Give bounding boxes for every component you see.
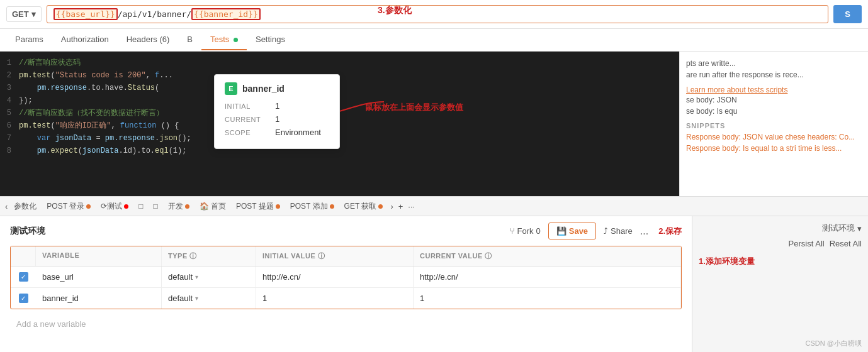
btab-post-submit[interactable]: POST 提题 [232, 200, 284, 213]
btab-icon2[interactable]: □ [149, 201, 161, 212]
row2-checkbox-cell [11, 288, 36, 309]
main-area: 1 //断言响应状态码 2 pm.test("Status code is 20… [0, 52, 868, 196]
table-header: VARIABLE TYPE ⓘ INITIAL VALUE ⓘ CURRENT … [11, 246, 681, 267]
persist-reset: Persist All Reset All [789, 239, 862, 248]
tab-headers[interactable]: Headers (6) [118, 30, 179, 50]
env-selector-label: 测试环境 [822, 223, 855, 234]
tab-params[interactable]: Params [6, 30, 52, 50]
code-line-1: 1 //断言响应状态码 [0, 57, 679, 69]
share-button[interactable]: ⤴ Share [604, 226, 633, 236]
learn-more-link[interactable]: Learn more about tests scripts [686, 85, 862, 94]
fork-count: 0 [536, 226, 541, 236]
env-actions: ⑂ Fork 0 💾 Save ⤴ Share ... 2.保存 [510, 223, 682, 239]
bottom-tab-prev[interactable]: ‹ [5, 202, 8, 211]
fork-icon: ⑂ [510, 226, 515, 236]
annotation-2: 2.保存 [658, 226, 682, 237]
row2-initial[interactable]: 1 [256, 288, 414, 309]
th-variable: VARIABLE [36, 246, 162, 266]
btab-icon1[interactable]: □ [135, 201, 147, 212]
row1-type-chevron: ▾ [195, 273, 198, 280]
table-row: base_url default ▾ http://e.cn/ http://e… [11, 267, 681, 288]
btab-post-login[interactable]: POST 登录 [43, 200, 94, 213]
tests-dot [234, 38, 238, 42]
bottom-layout: 测试环境 ⑂ Fork 0 💾 Save ⤴ Share ... 2.保存 [0, 216, 868, 352]
snippets-label: SNIPPETS [686, 122, 862, 129]
env-selector[interactable]: 测试环境 ▾ [822, 223, 862, 234]
save-label: Save [569, 226, 588, 236]
current-value: 1 [275, 114, 329, 124]
bottom-tab-more[interactable]: ··· [408, 202, 415, 211]
btab-submit-dot [276, 204, 280, 209]
snippet-2[interactable]: Response body: Is equal to a stri time i… [686, 144, 862, 153]
banner-id-param: {{banner_id}} [191, 8, 261, 20]
send-button[interactable]: S [833, 5, 862, 23]
method-chevron: ▾ [31, 9, 36, 19]
row1-current[interactable]: http://e.cn/ [414, 267, 681, 287]
watermark: CSDN @小白唠呗 [806, 339, 862, 348]
sidebar-text-2: se body: JSONse body: Is equ [686, 94, 862, 117]
row1-type[interactable]: default ▾ [162, 267, 256, 287]
tabs-row: Params Authorization Headers (6) B Tests… [0, 29, 868, 52]
tooltip-popup: E banner_id INITIAL 1 CURRENT 1 SCOPE En… [214, 74, 340, 149]
th-current: CURRENT VALUE ⓘ [414, 246, 681, 266]
bottom-tab-bar: ‹ 参数化 POST 登录 ⟳测试 □ □ 开发 🏠 首页 POST 提题 PO… [0, 196, 868, 216]
base-url-param: {{base_url}} [54, 8, 118, 20]
btab-login-dot [86, 204, 91, 209]
btab-add-dot [330, 204, 334, 209]
row2-checkbox[interactable] [19, 294, 28, 303]
btab-get-fetch[interactable]: GET 获取 [341, 200, 387, 213]
annotation-3: 3.参数化 [378, 5, 412, 16]
tooltip-scope-row: SCOPE Environment [225, 128, 329, 137]
tab-body[interactable]: B [178, 30, 201, 50]
th-type: TYPE ⓘ [162, 246, 256, 266]
row2-type[interactable]: default ▾ [162, 288, 256, 309]
method-select[interactable]: GET ▾ [6, 6, 42, 22]
annotation-1: 1.添加环境变量 [699, 256, 755, 267]
current-label: CURRENT [225, 114, 275, 124]
tab-tests[interactable]: Tests [201, 30, 247, 50]
btab-test[interactable]: ⟳测试 [97, 200, 132, 213]
tab-settings[interactable]: Settings [247, 30, 294, 50]
share-label: Share [611, 226, 633, 236]
row1-variable[interactable]: base_url [36, 267, 162, 287]
tab-authorization[interactable]: Authorization [52, 30, 118, 50]
sidebar-right: pts are writte...are run after the respo… [679, 52, 868, 196]
initial-value: 1 [275, 101, 329, 111]
initial-label: INITIAL [225, 101, 275, 111]
url-bar: GET ▾ {{base_url}} /api/v1/banner/ {{ban… [0, 0, 868, 29]
btab-post-add[interactable]: POST 添加 [286, 200, 338, 213]
btab-dev-dot [185, 204, 189, 209]
th-checkbox [11, 246, 36, 266]
scope-value: Environment [275, 128, 329, 137]
env-selector-chevron: ▾ [857, 224, 862, 233]
row2-current[interactable]: 1 [414, 288, 681, 309]
env-header-row: 测试环境 ⑂ Fork 0 💾 Save ⤴ Share ... 2.保存 [10, 223, 682, 239]
env-table: VARIABLE TYPE ⓘ INITIAL VALUE ⓘ CURRENT … [10, 246, 682, 309]
tooltip-var-name: banner_id [242, 84, 285, 94]
btab-dev[interactable]: 开发 [164, 200, 193, 213]
save-button[interactable]: 💾 Save [548, 223, 596, 239]
bottom-tab-add[interactable]: + [398, 202, 403, 211]
sidebar-text-1: pts are writte...are run after the respo… [686, 58, 862, 80]
add-variable[interactable]: Add a new variable [10, 314, 682, 334]
env-title: 测试环境 [10, 226, 45, 237]
scope-label: SCOPE [225, 128, 275, 137]
btab-home[interactable]: 🏠 首页 [196, 200, 230, 213]
row1-initial[interactable]: http://e.cn/ [256, 267, 414, 287]
snippet-1[interactable]: Response body: JSON value chese headers:… [686, 133, 862, 141]
btab-params[interactable]: 参数化 [10, 200, 40, 213]
url-input[interactable]: {{base_url}} /api/v1/banner/ {{banner_id… [47, 5, 829, 23]
row2-variable[interactable]: banner_id [36, 288, 162, 309]
more-button[interactable]: ... [640, 226, 648, 237]
row1-checkbox[interactable] [19, 272, 28, 282]
fork-button[interactable]: ⑂ Fork 0 [510, 226, 541, 236]
reset-all-btn[interactable]: Reset All [830, 239, 862, 248]
env-panel: 测试环境 ⑂ Fork 0 💾 Save ⤴ Share ... 2.保存 [0, 216, 692, 352]
persist-all-btn[interactable]: Persist All [789, 239, 825, 248]
bottom-tab-next[interactable]: › [390, 202, 393, 211]
row2-type-chevron: ▾ [195, 295, 198, 302]
tooltip-initial-row: INITIAL 1 [225, 101, 329, 111]
tooltip-header: E banner_id [225, 82, 329, 95]
th-initial: INITIAL VALUE ⓘ [256, 246, 414, 266]
fork-label: Fork [517, 226, 534, 236]
